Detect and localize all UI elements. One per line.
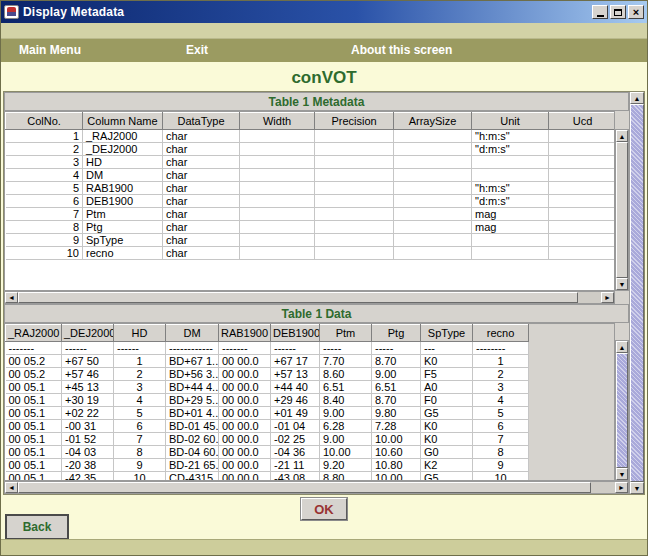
table-cell[interactable]: 6.51 — [372, 381, 421, 394]
menu-item-exit[interactable]: Exit — [186, 43, 208, 57]
table-cell[interactable] — [315, 143, 394, 156]
table-cell[interactable]: "d:m:s" — [472, 143, 549, 156]
table-cell[interactable] — [240, 143, 315, 156]
back-button[interactable]: Back — [5, 514, 69, 540]
table-cell[interactable]: 8.70 — [372, 355, 421, 368]
table-cell[interactable]: BD+29 5... — [166, 394, 219, 407]
table-row[interactable]: 4DMchar — [6, 169, 616, 182]
table-cell[interactable] — [394, 182, 472, 195]
scroll-left-button[interactable]: ◄ — [5, 292, 18, 303]
table-cell[interactable]: -------- — [473, 342, 529, 355]
table-row[interactable]: 1_RAJ2000char"h:m:s" — [6, 130, 616, 143]
table-cell[interactable]: BD-04 60... — [166, 446, 219, 459]
table-cell[interactable] — [394, 195, 472, 208]
table-cell[interactable]: --- — [421, 342, 473, 355]
table-cell[interactable]: 6.28 — [320, 420, 372, 433]
table-cell[interactable] — [315, 182, 394, 195]
table-cell[interactable]: 8.80 — [320, 472, 372, 482]
table-cell[interactable]: +30 19 — [62, 394, 114, 407]
maximize-button[interactable] — [610, 5, 626, 19]
table-cell[interactable]: ------ — [62, 342, 114, 355]
table-cell[interactable]: 00 00.0 — [219, 407, 271, 420]
table-cell[interactable]: F5 — [421, 368, 473, 381]
table-cell[interactable]: char — [163, 208, 240, 221]
table-cell[interactable]: Ptm — [83, 208, 163, 221]
table-cell[interactable]: "d:m:s" — [472, 195, 549, 208]
column-header[interactable]: _DEJ2000 — [62, 325, 114, 342]
table-row[interactable]: 6DEB1900char"d:m:s" — [6, 195, 616, 208]
metadata-vertical-scrollbar[interactable]: ▲ ▼ — [615, 129, 629, 291]
table-row[interactable]: 9SpTypechar — [6, 234, 616, 247]
outer-vertical-scrollbar[interactable]: ▲ ▼ — [629, 92, 644, 494]
table-cell[interactable]: ------ — [271, 342, 320, 355]
table-cell[interactable]: 7 — [6, 208, 83, 221]
table-cell[interactable]: 10 — [114, 472, 166, 482]
scrollbar-thumb[interactable] — [18, 482, 591, 493]
table-cell[interactable]: 10.00 — [372, 433, 421, 446]
table-cell[interactable]: char — [163, 221, 240, 234]
table-cell[interactable] — [315, 234, 394, 247]
table-cell[interactable] — [315, 169, 394, 182]
table-cell[interactable]: 10 — [6, 247, 83, 260]
table-cell[interactable]: 00 05.1 — [6, 472, 62, 482]
table-cell[interactable] — [472, 247, 549, 260]
table-row[interactable]: 00 05.1-20 389BD-21 65...00 00.0-21 119.… — [6, 459, 529, 472]
column-header[interactable]: Precision — [315, 113, 394, 130]
table-cell[interactable]: 5 — [6, 182, 83, 195]
table-row[interactable]: 5RAB1900char"h:m:s" — [6, 182, 616, 195]
scroll-down-button[interactable]: ▼ — [616, 468, 628, 480]
title-bar[interactable]: Display Metadata × — [1, 1, 647, 23]
column-header[interactable]: ColNo. — [6, 113, 83, 130]
table-cell[interactable]: DM — [83, 169, 163, 182]
table-cell[interactable]: 00 05.2 — [6, 355, 62, 368]
table-cell[interactable] — [549, 208, 616, 221]
table-cell[interactable] — [315, 130, 394, 143]
table-cell[interactable]: "h:m:s" — [472, 182, 549, 195]
table-cell[interactable] — [549, 221, 616, 234]
table-cell[interactable]: 00 00.0 — [219, 433, 271, 446]
table-cell[interactable]: 00 05.1 — [6, 420, 62, 433]
column-header[interactable]: Ptm — [320, 325, 372, 342]
table-cell[interactable]: 10.80 — [372, 459, 421, 472]
table-cell[interactable]: G5 — [421, 407, 473, 420]
table-row[interactable]: 00 05.1+30 194BD+29 5...00 00.0+29 468.4… — [6, 394, 529, 407]
table-cell[interactable]: ----- — [320, 342, 372, 355]
scrollbar-thumb[interactable] — [616, 353, 628, 468]
table-cell[interactable] — [240, 169, 315, 182]
table-cell[interactable]: BD+56 3... — [166, 368, 219, 381]
table-cell[interactable]: A0 — [421, 381, 473, 394]
scrollbar-thumb[interactable] — [18, 292, 578, 303]
scroll-down-button[interactable]: ▼ — [616, 278, 628, 290]
table-cell[interactable]: -43 08 — [271, 472, 320, 482]
data-horizontal-scrollbar[interactable]: ◄ ► — [4, 481, 629, 494]
table-cell[interactable]: +45 13 — [62, 381, 114, 394]
table-cell[interactable]: +57 13 — [271, 368, 320, 381]
table-cell[interactable]: 00 00.0 — [219, 368, 271, 381]
table-cell[interactable] — [549, 143, 616, 156]
table-cell[interactable] — [549, 247, 616, 260]
table-cell[interactable]: 2 — [473, 368, 529, 381]
table-cell[interactable]: 10.60 — [372, 446, 421, 459]
table-cell[interactable]: -01 52 — [62, 433, 114, 446]
table-cell[interactable]: 8.70 — [372, 394, 421, 407]
table-cell[interactable]: 8 — [6, 221, 83, 234]
table-cell[interactable]: recno — [83, 247, 163, 260]
table-cell[interactable]: -42 35 — [62, 472, 114, 482]
table-cell[interactable]: char — [163, 234, 240, 247]
table-cell[interactable]: char — [163, 195, 240, 208]
table-cell[interactable]: ------------ — [166, 342, 219, 355]
table-cell[interactable] — [240, 221, 315, 234]
column-header[interactable]: ArraySize — [394, 113, 472, 130]
scroll-up-button[interactable]: ▲ — [616, 341, 628, 353]
table-cell[interactable]: +67 50 — [62, 355, 114, 368]
table-cell[interactable]: 7 — [473, 433, 529, 446]
table-cell[interactable]: 6.51 — [320, 381, 372, 394]
table-cell[interactable]: 3 — [6, 156, 83, 169]
column-header[interactable]: Ptg — [372, 325, 421, 342]
table-cell[interactable]: 8 — [114, 446, 166, 459]
table-cell[interactable] — [394, 143, 472, 156]
table-cell[interactable]: -01 04 — [271, 420, 320, 433]
table-cell[interactable] — [394, 247, 472, 260]
table-cell[interactable]: 8.60 — [320, 368, 372, 381]
table-cell[interactable]: G5 — [421, 472, 473, 482]
